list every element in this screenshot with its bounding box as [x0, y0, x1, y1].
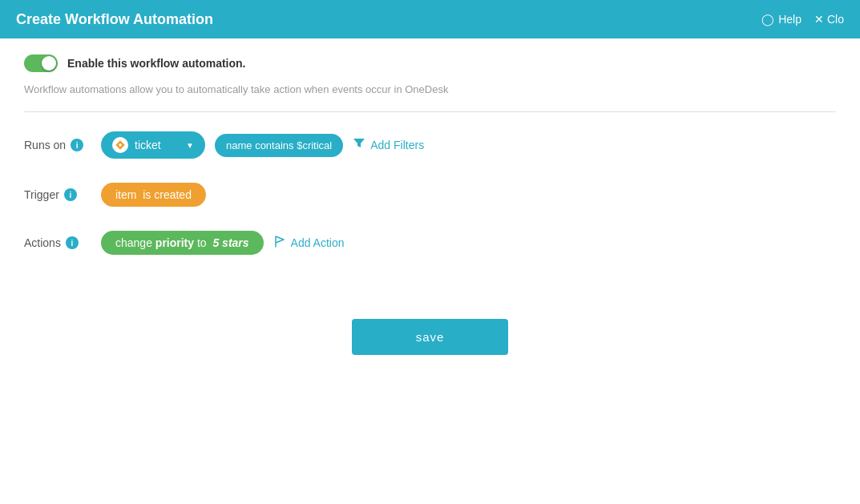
trigger-label: Trigger i	[24, 188, 88, 201]
help-button[interactable]: ◯ Help	[761, 13, 801, 26]
close-icon: ✕	[814, 13, 824, 26]
funnel-icon	[353, 137, 365, 153]
actions-info-icon[interactable]: i	[66, 236, 79, 249]
ticket-label: ticket	[135, 139, 161, 151]
page-title: Create Workflow Automation	[16, 11, 213, 28]
runs-on-label: Runs on i	[24, 139, 88, 151]
action-badge[interactable]: change priority to 5 stars	[101, 231, 264, 255]
runs-on-row: Runs on i ticket ▼ name contains $critic…	[24, 131, 836, 159]
add-action-button[interactable]: Add Action	[273, 235, 345, 251]
toggle-row: Enable this workflow automation.	[24, 54, 836, 72]
header: Create Workflow Automation ◯ Help ✕ Clo	[0, 0, 860, 38]
actions-content: change priority to 5 stars Add Action	[101, 231, 345, 255]
trigger-row: Trigger i item is created	[24, 183, 836, 207]
trigger-content: item is created	[101, 183, 206, 207]
header-actions: ◯ Help ✕ Clo	[761, 13, 844, 26]
toggle-label: Enable this workflow automation.	[67, 57, 245, 70]
runs-on-content: ticket ▼ name contains $critical Add Fil…	[101, 131, 424, 159]
enable-toggle[interactable]	[24, 54, 58, 72]
divider	[24, 111, 836, 112]
add-filters-button[interactable]: Add Filters	[353, 137, 424, 153]
runs-on-info-icon[interactable]: i	[71, 139, 83, 151]
save-area: save	[24, 319, 836, 355]
flag-icon	[273, 235, 286, 251]
close-button[interactable]: ✕ Clo	[814, 13, 844, 26]
save-button[interactable]: save	[352, 319, 509, 355]
actions-label: Actions i	[24, 236, 88, 249]
chevron-down-icon: ▼	[186, 141, 194, 150]
description-text: Workflow automations allow you to automa…	[24, 83, 836, 95]
trigger-info-icon[interactable]: i	[64, 188, 77, 201]
trigger-badge[interactable]: item is created	[101, 183, 206, 207]
ticket-icon	[112, 137, 128, 153]
filter-badge[interactable]: name contains $critical	[215, 134, 343, 157]
help-circle-icon: ◯	[761, 13, 774, 26]
main-content: Enable this workflow automation. Workflo…	[0, 38, 860, 371]
actions-row: Actions i change priority to 5 stars Add…	[24, 231, 836, 255]
ticket-dropdown[interactable]: ticket ▼	[101, 131, 205, 159]
